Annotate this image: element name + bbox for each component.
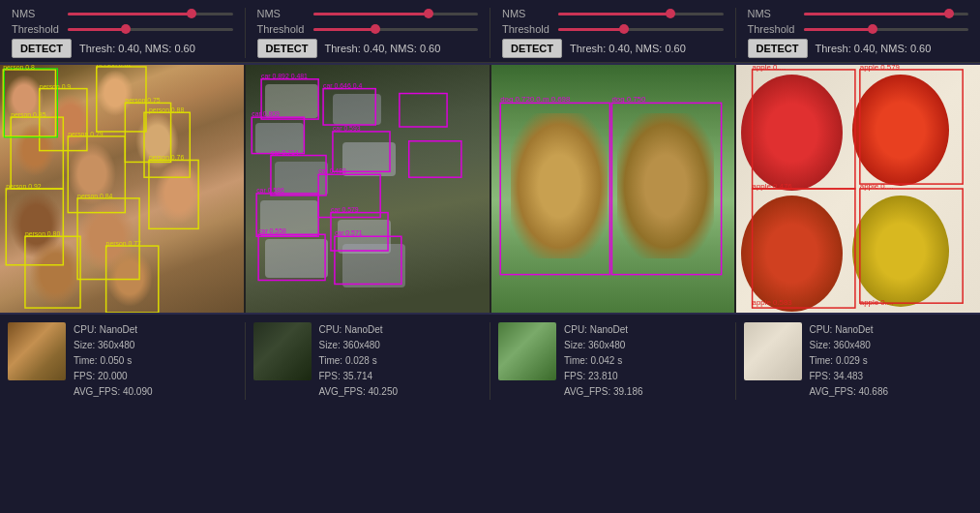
thresh-info-4: Thresh: 0.40, NMS: 0.60 (816, 43, 932, 54)
thumb-img-apples (744, 322, 802, 380)
thresh-info-2: Thresh: 0.40, NMS: 0.60 (325, 43, 441, 54)
thumb-avgfps-2: AVG_FPS: 40.250 (319, 384, 399, 400)
threshold-label-3: Threshold (502, 23, 558, 35)
thumb-time-2: Time: 0.028 s (319, 353, 399, 369)
nms-thumb-3[interactable] (666, 9, 675, 18)
thumb-fps-2: FPS: 35.714 (319, 369, 399, 384)
thumb-info-2: CPU: NanoDet Size: 360x480 Time: 0.028 s… (319, 322, 399, 400)
detect-button-4[interactable]: DETECT (748, 39, 808, 58)
nms-track-3[interactable] (558, 13, 724, 15)
nms-row-4: NMS (748, 8, 969, 19)
thumb-cpu-1: CPU: NanoDet (74, 322, 153, 338)
controls-bar: NMS Threshold DETECT Thresh: 0.40, NMS: … (0, 0, 980, 63)
threshold-fill-2 (313, 28, 376, 31)
control-panel-1: NMS Threshold DETECT Thresh: 0.40, NMS: … (0, 8, 246, 58)
threshold-label-1: Threshold (12, 23, 68, 35)
nms-label-1: NMS (12, 8, 68, 19)
thumb-cpu-2: CPU: NanoDet (319, 322, 399, 338)
showcase-cars: car 0.892 0.481 car 0.809 car 0.714 car … (246, 65, 491, 313)
showcase-dogs: dog 0.720 0.m 0.698 dog 0.750 (491, 65, 737, 313)
thumb-item-4: CPU: NanoDet Size: 360x480 Time: 0.029 s… (736, 322, 981, 400)
threshold-thumb-4[interactable] (868, 24, 877, 34)
thumb-info-1: CPU: NanoDet Size: 360x480 Time: 0.050 s… (74, 322, 153, 400)
threshold-row-4: Threshold (748, 23, 969, 35)
thumb-time-4: Time: 0.029 s (810, 353, 889, 369)
threshold-fill-4 (804, 28, 874, 31)
nms-label-3: NMS (502, 8, 558, 19)
threshold-track-1[interactable] (68, 28, 233, 31)
nms-fill-4 (804, 13, 949, 15)
thumb-item-3: CPU: NanoDet Size: 360x480 Time: 0.042 s… (490, 322, 736, 400)
thumb-avgfps-1: AVG_FPS: 40.090 (74, 384, 153, 400)
nms-row-1: NMS (12, 8, 233, 19)
thumb-size-3: Size: 360x480 (564, 338, 643, 353)
threshold-fill-1 (68, 28, 126, 31)
thumb-avgfps-4: AVG_FPS: 40.686 (810, 384, 889, 400)
thumb-cpu-4: CPU: NanoDet (810, 322, 889, 338)
nms-track-1[interactable] (68, 13, 233, 15)
threshold-thumb-2[interactable] (371, 24, 380, 34)
detect-row-4: DETECT Thresh: 0.40, NMS: 0.60 (748, 39, 969, 58)
image-showcase: person 0.8 person 0.9 person 0.82 person… (0, 63, 980, 315)
thumb-img-cars (253, 322, 312, 380)
nms-thumb-2[interactable] (424, 9, 433, 18)
threshold-fill-3 (558, 28, 624, 31)
detect-button-3[interactable]: DETECT (502, 39, 562, 58)
nms-label-4: NMS (748, 8, 804, 19)
threshold-row-3: Threshold (502, 23, 724, 35)
nms-track-4[interactable] (804, 13, 969, 15)
thumb-avgfps-3: AVG_FPS: 39.186 (564, 384, 643, 400)
showcase-apples: apple 0.... apple 0.579 apple 0.476 appl… (736, 65, 980, 313)
thumb-time-1: Time: 0.050 s (74, 353, 153, 369)
thresh-info-3: Thresh: 0.40, NMS: 0.60 (570, 43, 686, 54)
thumb-info-4: CPU: NanoDet Size: 360x480 Time: 0.029 s… (810, 322, 889, 400)
nms-label-2: NMS (257, 8, 313, 19)
thumb-time-3: Time: 0.042 s (564, 353, 643, 369)
thumb-cpu-3: CPU: NanoDet (564, 322, 643, 338)
thumb-fps-3: FPS: 23.810 (564, 369, 643, 384)
thumb-img-people (8, 322, 66, 380)
threshold-track-3[interactable] (558, 28, 724, 31)
control-panel-4: NMS Threshold DETECT Thresh: 0.40, NMS: … (736, 8, 981, 58)
detect-row-3: DETECT Thresh: 0.40, NMS: 0.60 (502, 39, 724, 58)
threshold-label-2: Threshold (257, 23, 313, 35)
threshold-track-4[interactable] (804, 28, 969, 31)
nms-track-2[interactable] (313, 13, 479, 15)
thumb-info-3: CPU: NanoDet Size: 360x480 Time: 0.042 s… (564, 322, 643, 400)
thumb-img-dogs (498, 322, 556, 380)
threshold-row-1: Threshold (12, 23, 233, 35)
control-panel-3: NMS Threshold DETECT Thresh: 0.40, NMS: … (490, 8, 736, 58)
thumb-size-2: Size: 360x480 (319, 338, 399, 353)
detect-row-1: DETECT Thresh: 0.40, NMS: 0.60 (12, 39, 233, 58)
thumb-size-1: Size: 360x480 (74, 338, 153, 353)
threshold-track-2[interactable] (313, 28, 479, 31)
showcase-people: person 0.8 person 0.9 person 0.82 person… (0, 65, 246, 313)
thumb-size-4: Size: 360x480 (810, 338, 889, 353)
threshold-label-4: Threshold (748, 23, 804, 35)
nms-thumb-4[interactable] (944, 9, 954, 18)
nms-fill-3 (558, 13, 670, 15)
thumb-item-2: CPU: NanoDet Size: 360x480 Time: 0.028 s… (246, 322, 491, 400)
nms-fill-2 (313, 13, 429, 15)
nms-fill-1 (68, 13, 192, 15)
nms-thumb-1[interactable] (187, 9, 196, 18)
nms-row-2: NMS (257, 8, 479, 19)
threshold-thumb-3[interactable] (619, 24, 629, 34)
detect-button-1[interactable]: DETECT (12, 39, 72, 58)
threshold-row-2: Threshold (257, 23, 479, 35)
threshold-thumb-1[interactable] (121, 24, 131, 34)
thumb-item-1: CPU: NanoDet Size: 360x480 Time: 0.050 s… (0, 322, 246, 400)
detect-row-2: DETECT Thresh: 0.40, NMS: 0.60 (257, 39, 479, 58)
thumb-fps-4: FPS: 34.483 (810, 369, 889, 384)
nms-row-3: NMS (502, 8, 724, 19)
control-panel-2: NMS Threshold DETECT Thresh: 0.40, NMS: … (246, 8, 491, 58)
thresh-info-1: Thresh: 0.40, NMS: 0.60 (79, 43, 195, 54)
detect-button-2[interactable]: DETECT (257, 39, 317, 58)
thumbnail-strip: CPU: NanoDet Size: 360x480 Time: 0.050 s… (0, 315, 980, 407)
thumb-fps-1: FPS: 20.000 (74, 369, 153, 384)
